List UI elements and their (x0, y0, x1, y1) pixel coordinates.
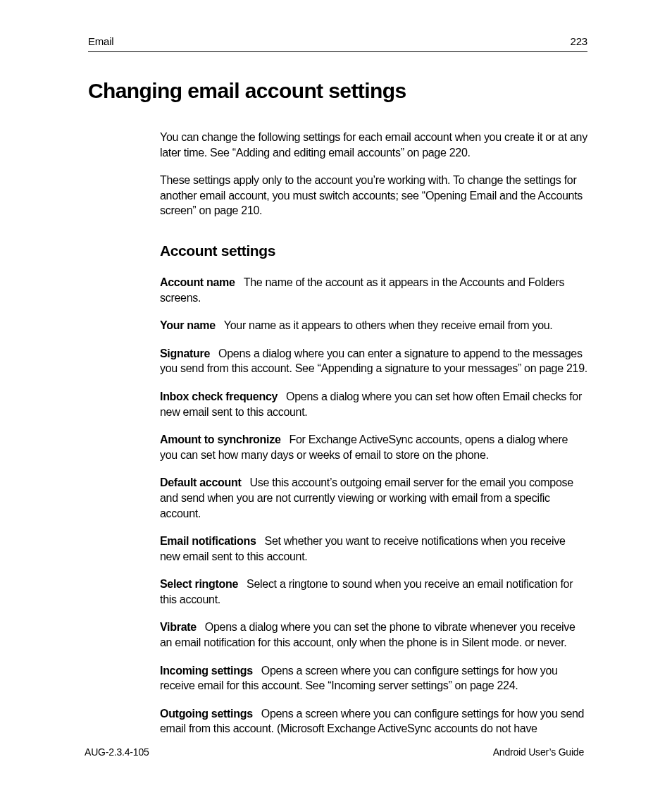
footer-right: Android User’s Guide (493, 746, 584, 758)
setting-item: Incoming settingsOpens a screen where yo… (160, 663, 587, 694)
setting-label: Account name (160, 276, 235, 288)
intro-paragraph: You can change the following settings fo… (160, 130, 587, 160)
running-header: Email 223 (88, 35, 587, 52)
setting-label: Signature (160, 347, 210, 359)
setting-label: Vibrate (160, 621, 197, 633)
header-section: Email (88, 35, 114, 47)
body-column: You can change the following settings fo… (160, 130, 587, 737)
setting-label: Select ringtone (160, 578, 238, 590)
page-footer: AUG-2.3.4-105 Android User’s Guide (85, 746, 584, 758)
intro-paragraph: These settings apply only to the account… (160, 173, 587, 218)
section-heading: Account settings (160, 242, 587, 259)
setting-desc: Opens a dialog where you can set the pho… (160, 621, 575, 648)
setting-item: Inbox check frequencyOpens a dialog wher… (160, 389, 587, 419)
setting-item: SignatureOpens a dialog where you can en… (160, 346, 587, 376)
page-title: Changing email account settings (88, 79, 587, 103)
footer-left: AUG-2.3.4-105 (85, 746, 149, 758)
setting-item: Default accountUse this account’s outgoi… (160, 475, 587, 521)
setting-desc: Opens a dialog where you can enter a sig… (160, 347, 587, 375)
setting-label: Default account (160, 476, 242, 488)
setting-label: Email notifications (160, 535, 256, 547)
setting-label: Inbox check frequency (160, 390, 278, 402)
setting-item: Outgoing settingsOpens a screen where yo… (160, 706, 587, 737)
setting-item: Your nameYour name as it appears to othe… (160, 318, 587, 333)
setting-label: Amount to synchronize (160, 433, 280, 445)
setting-item: Account nameThe name of the account as i… (160, 275, 587, 305)
setting-desc: Your name as it appears to others when t… (224, 319, 553, 331)
setting-item: Amount to synchronizeFor Exchange Active… (160, 432, 587, 462)
setting-label: Outgoing settings (160, 708, 253, 720)
setting-item: Select ringtoneSelect a ringtone to soun… (160, 577, 587, 607)
setting-label: Your name (160, 319, 216, 331)
header-page-number: 223 (571, 35, 587, 47)
setting-label: Incoming settings (160, 665, 253, 677)
setting-item: VibrateOpens a dialog where you can set … (160, 620, 587, 650)
setting-item: Email notificationsSet whether you want … (160, 534, 587, 564)
